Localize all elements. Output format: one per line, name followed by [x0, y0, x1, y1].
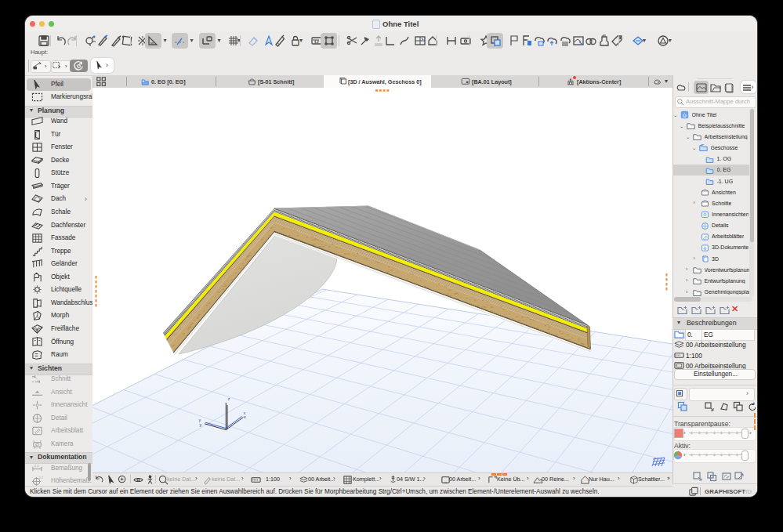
svg-text:1.2: 1.2 — [39, 476, 43, 480]
svg-text:12: 12 — [314, 39, 319, 44]
svg-text:1.2: 1.2 — [34, 464, 39, 468]
svg-text:x: x — [244, 414, 246, 419]
svg-text:z: z — [228, 396, 230, 401]
svg-text:y: y — [200, 422, 202, 427]
